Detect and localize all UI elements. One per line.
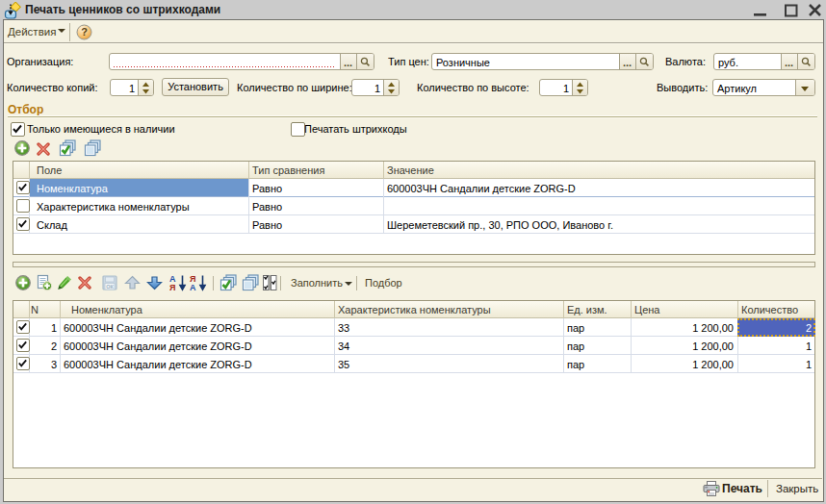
svg-text:ОК: ОК (106, 284, 114, 290)
svg-text:А: А (190, 283, 196, 291)
svg-text:?: ? (81, 26, 88, 38)
svg-text:Я: Я (169, 283, 175, 291)
